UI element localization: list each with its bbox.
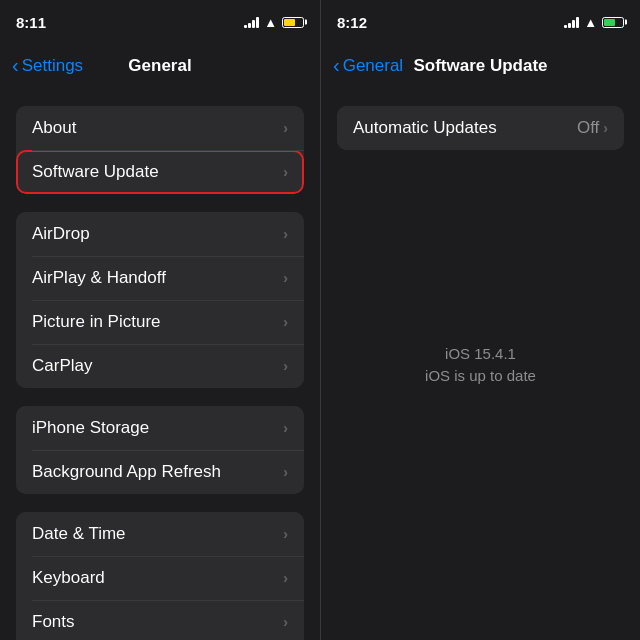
airdrop-row[interactable]: AirDrop ›	[16, 212, 304, 256]
background-app-refresh-row[interactable]: Background App Refresh ›	[16, 450, 304, 494]
back-to-general-button[interactable]: ‹ General	[333, 55, 403, 77]
airdrop-label: AirDrop	[32, 224, 90, 244]
date-time-label: Date & Time	[32, 524, 126, 544]
carplay-label: CarPlay	[32, 356, 92, 376]
back-to-settings-button[interactable]: ‹ Settings	[12, 55, 83, 77]
status-icons-left: ▲	[244, 15, 304, 30]
section-group-2: AirDrop › AirPlay & Handoff › Picture in…	[16, 212, 304, 388]
software-update-chevron-container: ›	[283, 164, 288, 180]
airplay-handoff-row[interactable]: AirPlay & Handoff ›	[16, 256, 304, 300]
software-update-content: Automatic Updates Off › iOS 15.4.1 iOS i…	[321, 88, 640, 640]
section-group-1: About › Software Update ›	[16, 106, 304, 194]
iphone-storage-row[interactable]: iPhone Storage ›	[16, 406, 304, 450]
section-group-3: iPhone Storage › Background App Refresh …	[16, 406, 304, 494]
keyboard-label: Keyboard	[32, 568, 105, 588]
status-time-right: 8:12	[337, 14, 367, 31]
automatic-updates-value: Off	[577, 118, 599, 138]
signal-bars-icon	[564, 16, 579, 28]
status-icons-right: ▲	[564, 15, 624, 30]
status-bar-left: 8:11 ▲	[0, 0, 320, 44]
chevron-right-icon: ›	[283, 314, 288, 330]
airplay-handoff-label: AirPlay & Handoff	[32, 268, 166, 288]
software-update-row[interactable]: Software Update ›	[16, 150, 304, 194]
automatic-updates-label: Automatic Updates	[353, 118, 497, 138]
nav-bar-left: ‹ Settings General	[0, 44, 320, 88]
battery-icon	[602, 17, 624, 28]
about-label: About	[32, 118, 76, 138]
back-label: Settings	[22, 56, 83, 76]
chevron-right-icon: ›	[283, 270, 288, 286]
chevron-left-icon: ‹	[12, 54, 19, 77]
chevron-right-icon: ›	[283, 164, 288, 180]
back-label: General	[343, 56, 403, 76]
right-panel: 8:12 ▲ ‹ General Software Update	[320, 0, 640, 640]
wifi-icon: ▲	[264, 15, 277, 30]
picture-in-picture-label: Picture in Picture	[32, 312, 161, 332]
signal-bars-icon	[244, 16, 259, 28]
software-update-label: Software Update	[32, 162, 159, 182]
status-time-left: 8:11	[16, 14, 46, 31]
chevron-right-icon: ›	[283, 358, 288, 374]
chevron-right-icon: ›	[283, 226, 288, 242]
carplay-row[interactable]: CarPlay ›	[16, 344, 304, 388]
chevron-right-icon: ›	[603, 120, 608, 136]
left-panel: 8:11 ▲ ‹ Settings General	[0, 0, 320, 640]
automatic-updates-row[interactable]: Automatic Updates Off ›	[337, 106, 624, 150]
keyboard-row[interactable]: Keyboard ›	[16, 556, 304, 600]
iphone-storage-label: iPhone Storage	[32, 418, 149, 438]
about-row[interactable]: About ›	[16, 106, 304, 150]
chevron-right-icon: ›	[283, 570, 288, 586]
wifi-icon: ▲	[584, 15, 597, 30]
status-bar-right: 8:12 ▲	[321, 0, 640, 44]
ios-version-text: iOS 15.4.1 iOS is up to date	[425, 343, 536, 388]
chevron-right-icon: ›	[283, 614, 288, 630]
fonts-label: Fonts	[32, 612, 75, 632]
section-group-4: Date & Time › Keyboard › Fonts › Languag…	[16, 512, 304, 640]
picture-in-picture-row[interactable]: Picture in Picture ›	[16, 300, 304, 344]
battery-icon	[282, 17, 304, 28]
automatic-updates-group: Automatic Updates Off ›	[337, 106, 624, 150]
fonts-row[interactable]: Fonts ›	[16, 600, 304, 640]
nav-bar-right: ‹ General Software Update	[321, 44, 640, 88]
chevron-right-icon: ›	[283, 420, 288, 436]
about-chevron-container: ›	[283, 120, 288, 136]
chevron-right-icon: ›	[283, 464, 288, 480]
background-app-refresh-label: Background App Refresh	[32, 462, 221, 482]
page-title-right: Software Update	[413, 56, 547, 76]
page-title-left: General	[128, 56, 191, 76]
chevron-left-icon: ‹	[333, 54, 340, 77]
update-status-area: iOS 15.4.1 iOS is up to date	[321, 150, 640, 640]
date-time-row[interactable]: Date & Time ›	[16, 512, 304, 556]
settings-list-left: About › Software Update › AirDrop ›	[0, 88, 320, 640]
chevron-right-icon: ›	[283, 120, 288, 136]
chevron-right-icon: ›	[283, 526, 288, 542]
